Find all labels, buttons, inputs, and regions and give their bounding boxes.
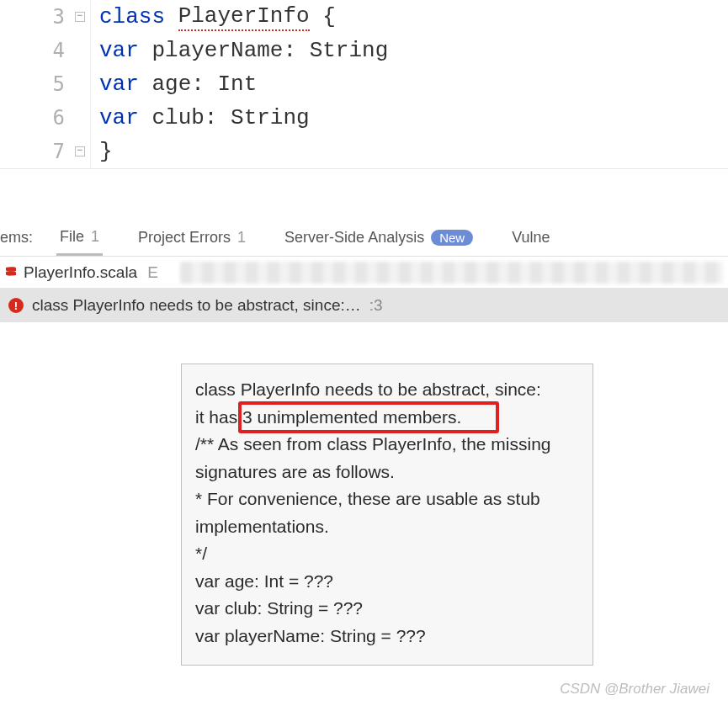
error-tooltip: class PlayerInfo needs to be abstract, s… — [181, 363, 593, 666]
code-line[interactable]: class PlayerInfo { — [99, 0, 728, 34]
tooltip-line: class PlayerInfo needs to be abstract, s… — [195, 376, 579, 404]
tooltip-line: var age: Int = ??? — [195, 568, 579, 596]
tab-label: Project Errors — [138, 229, 231, 247]
error-message: class PlayerInfo needs to be abstract, s… — [32, 296, 361, 315]
error-list-item[interactable]: ! class PlayerInfo needs to be abstract,… — [0, 289, 728, 322]
problems-tab[interactable]: Project Errors1 — [135, 220, 249, 256]
line-number: 5 — [53, 72, 65, 96]
tooltip-line: * For convenience, these are usable as s… — [195, 485, 579, 540]
gutter-row: 5 — [0, 67, 90, 101]
line-number: 3 — [53, 5, 65, 29]
tab-label: Server-Side Analysis — [284, 229, 424, 247]
problems-tabs: ems: File1Project Errors1Server-Side Ana… — [0, 220, 728, 257]
code-line[interactable]: } — [99, 135, 728, 168]
gutter-row: 4 — [0, 34, 90, 67]
gutter: 34567 — [0, 0, 91, 168]
scala-file-icon — [3, 265, 19, 280]
tooltip-line: /** As seen from class PlayerInfo, the m… — [195, 431, 579, 485]
code-line[interactable]: var age: Int — [99, 67, 728, 101]
fold-marker-icon[interactable] — [75, 146, 85, 157]
tooltip-line: var club: String = ??? — [195, 595, 579, 623]
file-trail: E — [147, 263, 158, 282]
line-number: 4 — [53, 39, 65, 62]
code-line[interactable]: var club: String — [99, 101, 728, 135]
tab-count: 1 — [91, 228, 99, 246]
fold-marker-icon[interactable] — [75, 12, 85, 22]
editor-spacer — [0, 169, 728, 220]
line-number: 7 — [53, 140, 65, 163]
problems-tab[interactable]: Server-Side AnalysisNew — [281, 220, 476, 256]
code-area[interactable]: class PlayerInfo { var playerName: Strin… — [91, 0, 728, 168]
error-line-ref: :3 — [369, 296, 383, 315]
error-icon: ! — [8, 298, 24, 313]
problems-tab[interactable]: File1 — [56, 220, 103, 256]
tooltip-line: var playerName: String = ??? — [195, 623, 579, 650]
file-name: PlayerInfo.scala — [24, 263, 137, 282]
class-name-error[interactable]: PlayerInfo — [178, 3, 310, 31]
new-badge: New — [431, 230, 473, 246]
tab-label: File — [60, 228, 84, 246]
code-line[interactable]: var playerName: String — [99, 34, 728, 67]
blurred-path — [180, 262, 723, 284]
line-number: 6 — [53, 106, 65, 130]
gutter-row: 3 — [0, 0, 90, 34]
tab-count: 1 — [237, 229, 246, 247]
gutter-row: 6 — [0, 101, 90, 135]
problems-prefix: ems: — [0, 229, 33, 247]
watermark-text: CSDN @Brother Jiawei — [560, 681, 709, 698]
problems-tab[interactable]: Vulne — [508, 220, 553, 256]
file-row[interactable]: PlayerInfo.scala E — [0, 257, 728, 289]
gutter-row: 7 — [0, 135, 90, 168]
code-editor[interactable]: 34567 class PlayerInfo { var playerName:… — [0, 0, 728, 169]
tooltip-line: */ — [195, 540, 579, 568]
tab-label: Vulne — [512, 229, 550, 247]
tooltip-line: it has 3 unimplemented members. — [195, 404, 579, 432]
